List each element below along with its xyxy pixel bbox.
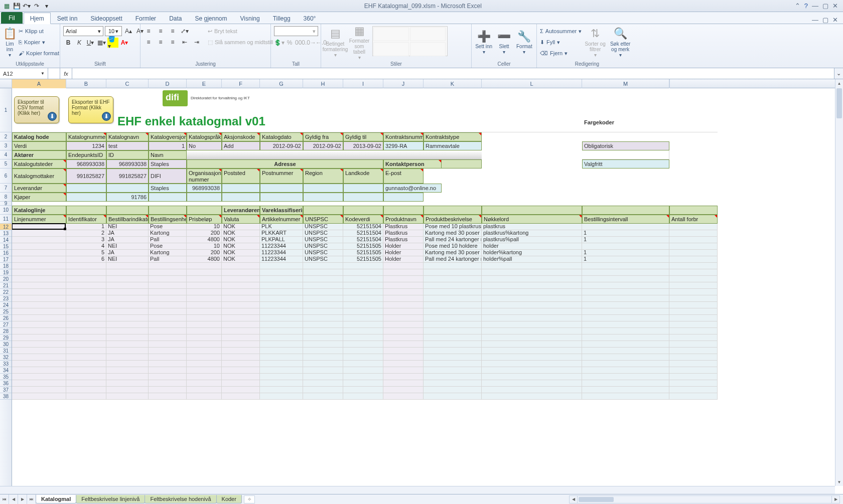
cell[interactable] <box>303 206 343 215</box>
sheet-first-icon[interactable]: ⏮ <box>0 494 9 505</box>
cell[interactable] <box>343 341 383 348</box>
cell[interactable] <box>383 380 424 387</box>
cond-format-button[interactable]: ▤Betinget formatering▾ <box>324 26 346 59</box>
cell[interactable] <box>343 361 383 367</box>
fill-button[interactable]: ⬇Fyll ▾ <box>540 37 582 47</box>
cell[interactable]: Prisbeløp <box>187 215 222 224</box>
cell[interactable] <box>303 295 343 302</box>
cell[interactable] <box>669 250 718 256</box>
formula-input[interactable] <box>72 68 834 79</box>
cell[interactable]: Postnummer <box>260 169 303 184</box>
cell[interactable] <box>12 256 66 263</box>
cell[interactable]: 200 <box>187 250 222 256</box>
cell[interactable]: EndepunktsID <box>66 150 106 159</box>
cell[interactable] <box>482 348 582 354</box>
cell[interactable] <box>222 263 260 269</box>
cell[interactable]: Holder <box>383 250 424 256</box>
row-header-16[interactable]: 16 <box>0 250 12 256</box>
hscroll-right-icon[interactable]: ▶ <box>831 496 839 503</box>
cell[interactable] <box>222 289 260 295</box>
cell[interactable]: Kontraktsnummer <box>383 132 424 141</box>
cell[interactable] <box>482 361 582 367</box>
cell[interactable] <box>260 380 303 387</box>
cell[interactable]: 200 <box>187 230 222 237</box>
namebox-dropdown[interactable] <box>48 68 60 79</box>
select-all-corner[interactable] <box>0 79 12 88</box>
align-bottom-icon[interactable]: ≡ <box>168 26 178 36</box>
cell[interactable] <box>66 380 106 387</box>
row-header-19[interactable]: 19 <box>0 269 12 276</box>
fontcolor-button[interactable]: A▾ <box>119 38 129 48</box>
cell[interactable] <box>222 361 260 367</box>
cell[interactable]: Plastkrus <box>383 237 424 243</box>
cell[interactable] <box>222 315 260 321</box>
cell[interactable] <box>106 367 149 374</box>
cell[interactable] <box>582 380 669 387</box>
cell[interactable]: plastkrus <box>482 224 582 230</box>
cell[interactable] <box>582 150 669 159</box>
cell[interactable]: Adresse <box>187 159 383 169</box>
cell[interactable] <box>669 341 718 348</box>
cell[interactable] <box>669 361 718 367</box>
cell[interactable] <box>187 393 222 400</box>
cell[interactable] <box>187 348 222 354</box>
cell[interactable] <box>383 295 424 302</box>
cell[interactable] <box>303 315 343 321</box>
cell[interactable] <box>106 289 149 295</box>
cell[interactable] <box>222 295 260 302</box>
cell[interactable] <box>222 367 260 374</box>
cell[interactable] <box>582 243 669 250</box>
cell[interactable] <box>260 354 303 361</box>
delete-cell-button[interactable]: ➖Slett▾ <box>495 26 513 59</box>
row-header-35[interactable]: 35 <box>0 374 12 380</box>
cell[interactable]: Valgfritt <box>582 159 669 169</box>
cell[interactable] <box>482 367 582 374</box>
cell[interactable] <box>669 367 718 374</box>
cell[interactable] <box>582 315 669 321</box>
cell[interactable] <box>66 295 106 302</box>
cell[interactable] <box>12 374 66 380</box>
row-header-1[interactable]: 1 <box>0 88 12 132</box>
cell[interactable] <box>149 302 187 308</box>
col-header-F[interactable]: F <box>222 79 260 88</box>
cell[interactable] <box>66 393 106 400</box>
cell[interactable] <box>669 334 718 341</box>
cell[interactable] <box>343 367 383 374</box>
cell[interactable] <box>12 250 66 256</box>
cell[interactable] <box>383 374 424 380</box>
cell[interactable] <box>303 393 343 400</box>
cell[interactable] <box>106 276 149 282</box>
cell[interactable]: 968993038 <box>66 159 106 169</box>
cell[interactable] <box>260 393 303 400</box>
cell[interactable] <box>482 302 582 308</box>
cell[interactable]: Katalog hode <box>12 132 66 141</box>
cell[interactable] <box>260 193 303 202</box>
workbook-min-icon[interactable]: — <box>812 16 818 24</box>
cell[interactable]: Katalogversjon <box>149 132 187 141</box>
cell[interactable]: Aktører <box>12 150 66 159</box>
col-header-G[interactable]: G <box>260 79 303 88</box>
italic-button[interactable]: K <box>74 38 84 48</box>
cell[interactable]: 3 <box>66 237 106 243</box>
cell[interactable] <box>383 315 424 321</box>
row-header-11[interactable]: 11 <box>0 215 12 224</box>
cell[interactable] <box>383 361 424 367</box>
cell[interactable] <box>260 374 303 380</box>
cell[interactable]: Nøkkelord <box>482 215 582 224</box>
cell[interactable] <box>106 184 149 193</box>
cell[interactable]: 2012-09-02 <box>260 141 303 150</box>
cell[interactable] <box>222 334 260 341</box>
cell[interactable] <box>303 334 343 341</box>
cell[interactable] <box>482 374 582 380</box>
cell[interactable]: Katalogutsteder <box>12 159 66 169</box>
cells-area[interactable]: Eksporter til CSV format (Klikk her)⬇Eks… <box>12 88 835 486</box>
cut-button[interactable]: ✂Klipp ut <box>19 26 59 36</box>
redo-icon[interactable]: ↷ <box>32 2 41 11</box>
row-header-4[interactable]: 4 <box>0 150 12 159</box>
cell[interactable] <box>222 393 260 400</box>
new-sheet-button[interactable]: ✧ <box>244 495 255 503</box>
row-header-26[interactable]: 26 <box>0 315 12 321</box>
col-header-C[interactable]: C <box>106 79 149 88</box>
cell[interactable] <box>187 276 222 282</box>
cell[interactable] <box>187 302 222 308</box>
